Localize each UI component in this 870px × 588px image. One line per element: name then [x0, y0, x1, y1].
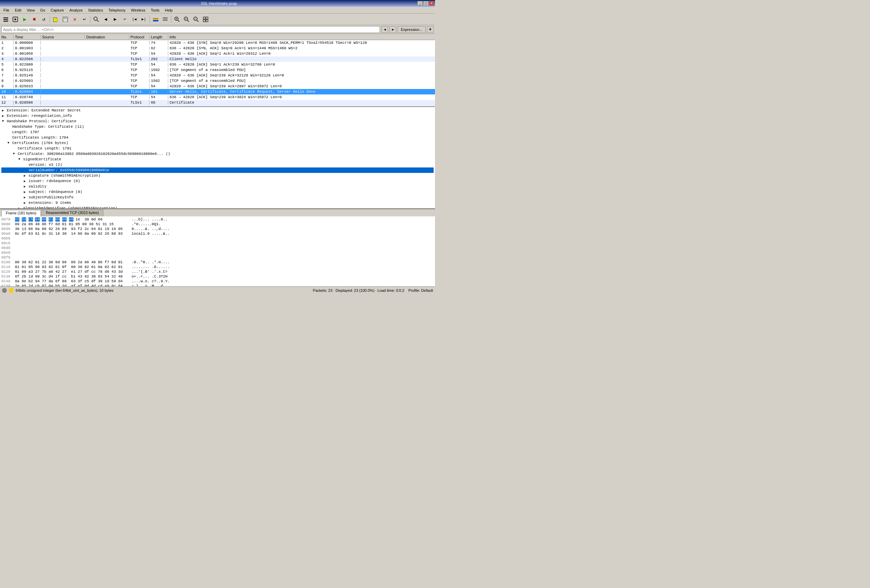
maximize-button[interactable]: □: [423, 1, 429, 6]
detail-row[interactable]: serialNumber: 0x655dc58900010000e01e: [1, 167, 434, 173]
filter-add-button[interactable]: +: [427, 26, 434, 33]
detail-row[interactable]: Handshake Type: Certificate (11): [1, 124, 434, 130]
packet-scroll[interactable]: 1 0.000000 TCP 74 42820 → 636 [SYN] Seq=…: [0, 40, 435, 107]
packet-row[interactable]: 8 0.025603 TCP 1502 [TCP segment of a re…: [0, 78, 435, 83]
start-capture-button[interactable]: ▶: [20, 15, 29, 24]
detail-row[interactable]: ▶issuer: rdnSequence (0): [1, 178, 434, 184]
menu-telephony[interactable]: Telephony: [106, 8, 127, 13]
packet-row[interactable]: 2 0.001903 TCP 62 636 → 42820 [SYN, ACK]…: [0, 46, 435, 51]
last-button[interactable]: ▶|: [139, 15, 148, 24]
status-indicator-left: [2, 288, 7, 293]
menu-file[interactable]: File: [1, 8, 12, 13]
detail-row[interactable]: ▶Extension: Extended Master Secret: [1, 108, 434, 113]
detail-row[interactable]: ▶algorithmIdentifier (shaWithRSAEncrypti…: [1, 205, 434, 209]
svg-point-4: [14, 18, 16, 20]
status-indicator-right: [9, 288, 13, 293]
stop-capture-button[interactable]: ■: [30, 15, 39, 24]
filter-arrow-left[interactable]: ◀: [381, 26, 388, 33]
svg-rect-7: [64, 17, 67, 19]
menu-analyze[interactable]: Analyze: [67, 8, 85, 13]
go-first-button[interactable]: ↩: [120, 15, 129, 24]
reload-file-button[interactable]: ↩: [80, 15, 89, 24]
packet-list[interactable]: No. Time Source Destination Protocol Len…: [0, 34, 435, 107]
open-file-button[interactable]: [51, 15, 60, 24]
detail-row[interactable]: version: v3 (2): [1, 162, 434, 167]
menu-wireless[interactable]: Wireless: [129, 8, 147, 13]
packet-row[interactable]: 5 0.022800 TCP 54 636 → 42820 [ACK] Seq=…: [0, 62, 435, 67]
prev-packet-button[interactable]: ◀: [101, 15, 110, 24]
menu-capture[interactable]: Capture: [49, 8, 66, 13]
filter-arrow-right[interactable]: ▶: [389, 26, 396, 33]
expand-all-button[interactable]: [201, 15, 210, 24]
minimize-button[interactable]: _: [417, 1, 423, 6]
hex-row: 00d0: [1, 246, 434, 250]
svg-rect-0: [3, 17, 8, 18]
capture-options-button[interactable]: [11, 15, 20, 24]
detail-row[interactable]: ▼Handshake Protocol: Certificate: [1, 119, 434, 124]
detail-row[interactable]: ▶validity: [1, 184, 434, 189]
bottom-tabs: Frame (181 bytes)Reassembled TCP (3023 b…: [0, 209, 435, 216]
packet-row[interactable]: 3 0.001956 TCP 54 42820 → 636 [ACK] Seq=…: [0, 51, 435, 57]
col-header-length: Length: [149, 35, 168, 39]
col-header-source: Source: [41, 35, 85, 39]
close-file-button[interactable]: ✕: [70, 15, 79, 24]
svg-rect-8: [64, 19, 67, 22]
tab-frame-(181-bytes)[interactable]: Frame (181 bytes): [1, 210, 41, 217]
close-button[interactable]: ✕: [429, 1, 434, 6]
detail-row[interactable]: ▶subject: rdnSequence (0): [1, 189, 434, 195]
window-controls[interactable]: _ □ ✕: [417, 1, 434, 6]
menu-statistics[interactable]: Statistics: [86, 8, 105, 13]
auto-scroll-button[interactable]: [161, 15, 170, 24]
status-left: 64bits unsigned integer (ber.64bit_uint_…: [2, 288, 113, 293]
detail-row[interactable]: ▼Certificate: 308206a13082 0589a00302010…: [1, 151, 434, 156]
zoom-in-button[interactable]: [173, 15, 182, 24]
svg-rect-29: [206, 20, 208, 22]
packet-row[interactable]: 13 0.028655 TLSv1 321 Client Key Exchang…: [0, 105, 435, 107]
packet-detail[interactable]: ▶Extension: Extended Master Secret▶Exten…: [0, 107, 435, 209]
tab-reassembled-tcp-(3023-bytes)[interactable]: Reassembled TCP (3023 bytes): [42, 210, 103, 216]
detail-row[interactable]: ▼signedCertificate: [1, 156, 434, 162]
svg-rect-26: [203, 17, 205, 19]
packet-row[interactable]: 9 0.025633 TCP 54 42820 → 636 [ACK] Seq=…: [0, 83, 435, 89]
find-packet-button[interactable]: [92, 15, 101, 24]
zoom-reset-button[interactable]: =: [192, 15, 201, 24]
restart-capture-button[interactable]: ↺: [39, 15, 48, 24]
packet-row[interactable]: 6 0.025115 TCP 1502 [TCP segment of a re…: [0, 67, 435, 73]
menu-go[interactable]: Go: [38, 8, 47, 13]
zoom-out-button[interactable]: [182, 15, 191, 24]
svg-rect-28: [203, 20, 205, 22]
filter-bar: ◀ ▶ Expression... +: [0, 25, 435, 34]
interface-list-button[interactable]: [1, 15, 10, 24]
menu-edit[interactable]: Edit: [13, 8, 24, 13]
save-file-button[interactable]: [61, 15, 70, 24]
packet-row[interactable]: 12 0.028596 TLSv1 66 Certificate: [0, 100, 435, 105]
detail-row[interactable]: Certificate Length: 1701: [1, 146, 434, 151]
packet-row[interactable]: 10 0.026684 TLSv1 181 Server Hello, Cert…: [0, 89, 435, 94]
window-title: SSL Handshake.pcap: [20, 1, 417, 6]
display-filter-input[interactable]: [1, 26, 380, 33]
packet-row[interactable]: 1 0.000000 TCP 74 42820 → 636 [SYN] Seq=…: [0, 40, 435, 46]
detail-row[interactable]: ▶signature (shaWithRSAEncryption): [1, 173, 434, 178]
colorize-button[interactable]: [151, 15, 160, 24]
next-packet-button[interactable]: ▶: [111, 15, 120, 24]
col-header-info: Info: [168, 35, 435, 39]
hex-panel[interactable]: 0070 65 5d c5 89 00 01 00 00 e0 1e 30 0d…: [0, 216, 435, 286]
packet-row[interactable]: 4 0.022566 TLSv1 292 Client Hello: [0, 57, 435, 62]
packet-row[interactable]: 11 0.026740 TCP 54 636 → 42820 [ACK] Seq…: [0, 94, 435, 100]
first-button[interactable]: |◀: [130, 15, 139, 24]
menu-tools[interactable]: Tools: [149, 8, 162, 13]
detail-row[interactable]: Length: 1707: [1, 130, 434, 135]
menu-help[interactable]: Help: [163, 8, 175, 13]
detail-row[interactable]: ▶Extension: renegotiation_info: [1, 113, 434, 119]
main-content: No. Time Source Destination Protocol Len…: [0, 34, 435, 286]
detail-row[interactable]: ▶extensions: 9 items: [1, 200, 434, 205]
detail-row[interactable]: ▼Certificates (1704 bytes): [1, 140, 434, 146]
packet-list-header: No. Time Source Destination Protocol Len…: [0, 34, 435, 40]
detail-row[interactable]: ▶subjectPublicKeyInfo: [1, 195, 434, 200]
expression-button[interactable]: Expression...: [398, 26, 426, 33]
hex-row: 0110 01 01 05 00 03 82 01 0f 00 30 82 01…: [1, 265, 434, 269]
menu-bar: File Edit View Go Capture Analyze Statis…: [0, 7, 435, 13]
menu-view[interactable]: View: [25, 8, 37, 13]
detail-row[interactable]: Certificates Length: 1704: [1, 135, 434, 140]
packet-row[interactable]: 7 0.025149 TCP 54 42820 → 636 [ACK] Seq=…: [0, 73, 435, 78]
